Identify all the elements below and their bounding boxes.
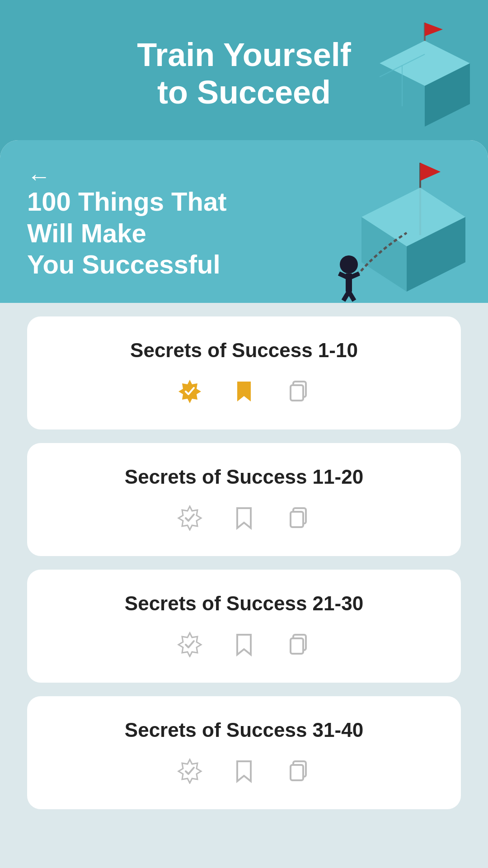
page-title: Train Yourself to Succeed [18, 36, 470, 111]
svg-point-13 [340, 255, 358, 274]
hero-title-line1: 100 Things That Will Make [27, 187, 227, 248]
list-item[interactable]: Secrets of Success 1-10 [27, 316, 461, 429]
hero-title: 100 Things That Will Make You Successful [27, 186, 271, 280]
copy-icon-3[interactable] [282, 628, 314, 660]
hero-title-line2: You Successful [27, 250, 221, 279]
top-section: Train Yourself to Succeed [0, 0, 488, 140]
verified-icon-gold[interactable] [174, 375, 206, 407]
lesson-title-3: Secrets of Success 21-30 [125, 592, 363, 615]
list-item[interactable]: Secrets of Success 31-40 [27, 696, 461, 809]
lesson-title-1: Secrets of Success 1-10 [130, 339, 358, 362]
title-line2: to Succeed [157, 74, 331, 110]
copy-icon-1[interactable] [282, 375, 314, 407]
lesson-actions-3 [174, 628, 314, 660]
lesson-actions-1 [174, 375, 314, 407]
lesson-title-4: Secrets of Success 31-40 [125, 719, 363, 741]
list-item[interactable]: Secrets of Success 11-20 [27, 443, 461, 556]
bookmark-icon-gray[interactable] [228, 755, 260, 787]
verified-icon-gray[interactable] [174, 502, 206, 533]
copy-icon-4[interactable] [282, 755, 314, 787]
svg-rect-22 [291, 512, 303, 527]
lesson-actions-4 [174, 755, 314, 787]
svg-line-18 [349, 292, 354, 301]
list-item[interactable]: Secrets of Success 21-30 [27, 570, 461, 683]
verified-icon-gray[interactable] [174, 755, 206, 787]
hero-iso-svg [316, 158, 479, 303]
lesson-actions-2 [174, 502, 314, 533]
svg-rect-20 [291, 385, 303, 401]
copy-icon-2[interactable] [282, 502, 314, 533]
hero-banner: ← 100 Things That Will Make You Successf… [0, 140, 488, 303]
svg-marker-1 [425, 23, 443, 36]
bookmark-icon-gray[interactable] [228, 502, 260, 533]
title-line1: Train Yourself [137, 37, 351, 73]
card-section: ← 100 Things That Will Make You Successf… [0, 140, 488, 868]
svg-rect-26 [291, 765, 303, 780]
svg-rect-24 [291, 638, 303, 654]
lesson-list: Secrets of Success 1-10 [0, 303, 488, 868]
bookmark-icon-gray[interactable] [228, 628, 260, 660]
svg-marker-9 [420, 163, 441, 181]
bookmark-icon-gold[interactable] [228, 375, 260, 407]
verified-icon-gray[interactable] [174, 628, 206, 660]
back-button[interactable]: ← [27, 163, 51, 190]
lesson-title-2: Secrets of Success 11-20 [125, 466, 363, 488]
hero-illustration [316, 158, 479, 303]
